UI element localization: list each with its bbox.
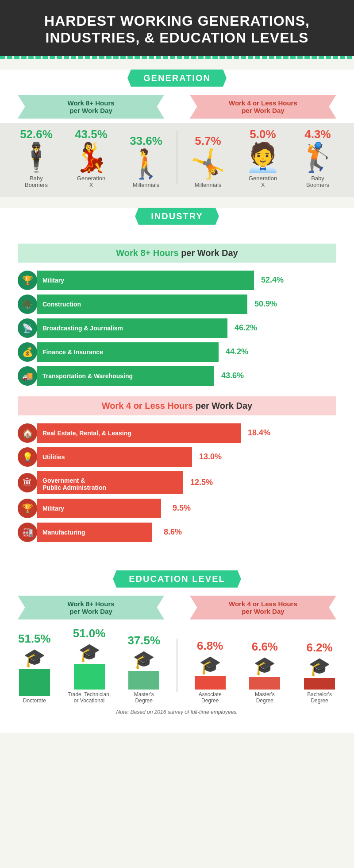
bar-fill-manufacturing: Manufacturing [37,523,152,542]
construction-icon-circle: 🪖 [18,294,37,314]
edu-label-trade: Trade, Technician,or Vocational [68,691,111,704]
edu-pct-associate: 6.8% [197,639,223,653]
bar-label-transportation: Transportation & Warehousing [42,372,133,380]
baby-boomers-4less-icon: 🏌 [300,143,335,171]
edu-pct-masters-8plus: 37.5% [127,634,160,647]
generation-ribbon-row: Work 8+ Hoursper Work Day Work 4 or Less… [0,95,354,119]
gen-label-genx-4less: GenerationX [249,175,277,188]
gen-figure-millennials-4less: 5.7% 🤸 Millennials [184,134,232,188]
bar-row-finance: 💰 Finance & Insurance 44.2% [18,342,336,362]
ribbon-4less-generation: Work 4 or Less Hoursper Work Day [190,95,336,119]
bar-row-manufacturing: 🏭 Manufacturing 8.6% [18,523,336,542]
gen-pct-millennials-8plus: 33.6% [130,134,162,148]
teal-border-decoration [0,56,354,59]
bar-pct-construction: 50.9% [253,299,277,309]
edu-pct-masters-4less: 6.6% [252,640,278,654]
edu-figure-masters-4less: 6.6% 🎓 Master'sDegree [242,640,287,704]
industry-4less-ribbon-colored: Work 4 or Less Hours [102,401,193,411]
trade-grad-icon: 🎓 [78,642,100,663]
bar-label-broadcasting: Broadcasting & Journalism [42,325,123,332]
education-section: EDUCATION LEVEL Work 8+ Hoursper Work Da… [0,555,354,733]
generation-figures: 52.6% 🕴 BabyBoomers 43.5% 💃 GenerationX … [0,128,354,188]
gen-label-millennials-4less: Millennials [195,182,222,188]
edu-pct-bachelors: 6.2% [306,641,332,655]
gen-label-baby-boomers-4less: BabyBoomers [306,175,329,188]
doctorate-block [19,669,50,696]
edu-pct-trade: 51.0% [73,627,106,640]
bar-row-transportation: 🚚 Transportation & Warehousing 43.6% [18,366,336,386]
edu-figure-associate: 6.8% 🎓 AssociateDegree [188,639,232,704]
associate-grad-icon: 🎓 [199,655,221,675]
bar-pct-government: 12.5% [189,478,213,487]
edu-label-doctorate: Doctorate [23,698,46,704]
gen-figure-millennials-8plus: 33.6% 🚶 Millennials [122,134,170,188]
bar-fill-finance: Finance & Insurance [37,342,219,362]
millennials-8plus-icon: 🚶 [128,150,164,178]
bar-pct-realestate: 18.4% [246,428,270,438]
gen-pct-baby-boomers-8plus: 52.6% [20,128,53,141]
bar-row-broadcasting: 📡 Broadcasting & Journalism 46.2% [18,318,336,338]
infographic: Hardest Working Generations, Industries,… [0,0,354,733]
baby-boomers-8plus-icon: 🕴 [19,143,54,171]
edu-label-masters-4less: Master'sDegree [255,691,275,704]
gen-figure-baby-boomers-4less: 4.3% 🏌 BabyBoomers [293,128,342,188]
generation-figures-container: 52.6% 🕴 BabyBoomers 43.5% 💃 GenerationX … [0,123,354,197]
bar-label-construction: Construction [42,301,81,308]
associate-block [195,676,226,690]
gen-label-genx-8plus: GenerationX [77,175,105,188]
ribbon-4less-education: Work 4 or Less Hoursper Work Day [190,596,336,620]
bar-label-military-4less: Military [42,505,64,512]
industry-8plus-ribbon: Work 8+ Hours per Work Day [18,244,336,263]
military-8plus-icon-circle: 🏆 [18,271,37,290]
bar-pct-manufacturing: 8.6% [158,527,182,537]
generation-badge-label: GENERATION [127,70,227,87]
industry-4less-ribbon: Work 4 or Less Hours per Work Day [18,396,336,415]
masters-8plus-block [128,671,159,690]
gen-pct-genx-8plus: 43.5% [75,128,108,141]
bar-pct-broadcasting: 46.2% [233,323,257,333]
bar-fill-realestate: Real Estate, Rental, & Leasing [37,423,241,443]
gen-figure-genx-8plus: 43.5% 💃 GenerationX [67,128,115,188]
header: Hardest Working Generations, Industries,… [0,0,354,56]
gen-label-baby-boomers-8plus: BabyBoomers [25,175,48,188]
industry-badge: INDUSTRY [0,208,354,225]
bar-fill-construction: Construction [37,294,247,314]
bar-label-utilities: Utilities [42,453,65,461]
bar-fill-government: Government &Public Administration [37,471,183,494]
gen-pct-baby-boomers-4less: 4.3% [304,128,331,141]
bar-fill-utilities: Utilities [37,447,192,467]
edu-divider [177,639,177,692]
bachelors-block [304,678,335,690]
gen-divider [177,131,177,184]
bar-pct-military-4less: 9.5% [166,504,191,513]
industry-4less-ribbon-text: per Work Day [196,401,253,411]
industry-section: INDUSTRY Work 8+ Hours per Work Day 🏆 Mi… [0,208,354,555]
gen-pct-millennials-4less: 5.7% [195,134,221,148]
utilities-icon-circle: 💡 [18,447,37,467]
bar-label-military-8plus: Military [42,277,64,284]
genx-4less-icon: 🧑‍💼 [245,143,281,171]
edu-figure-doctorate: 51.5% 🎓 Doctorate [12,632,57,704]
bar-row-military-4less: 🏆 Military 9.5% [18,499,336,518]
bar-fill-military-8plus: Military [37,271,254,290]
education-badge-label: EDUCATION LEVEL [113,570,241,588]
manufacturing-icon-circle: 🏭 [18,523,37,542]
bar-label-manufacturing: Manufacturing [42,529,85,536]
bar-row-construction-8plus: 🪖 Construction 50.9% [18,294,336,314]
edu-figure-trade: 51.0% 🎓 Trade, Technician,or Vocational [67,627,112,704]
genx-8plus-icon: 💃 [73,143,109,171]
bar-row-utilities: 💡 Utilities 13.0% [18,447,336,467]
transportation-icon-circle: 🚚 [18,366,37,386]
bar-row-realestate: 🏠 Real Estate, Rental, & Leasing 18.4% [18,423,336,443]
edu-label-masters-8plus: Master'sDegree [134,691,154,704]
edu-figure-bachelors: 6.2% 🎓 Bachelor'sDegree [297,641,342,704]
bar-label-government: Government &Public Administration [42,477,106,491]
edu-figure-masters-8plus: 37.5% 🎓 Master'sDegree [122,634,166,704]
industry-bars-container: Work 8+ Hours per Work Day 🏆 Military 52… [0,233,354,555]
trade-block [74,664,105,690]
bar-pct-finance: 44.2% [224,347,248,356]
government-icon-circle: 🏛 [18,473,37,492]
generation-badge: GENERATION [0,70,354,87]
bar-pct-transportation: 43.6% [219,371,244,380]
bar-fill-broadcasting: Broadcasting & Journalism [37,318,227,338]
